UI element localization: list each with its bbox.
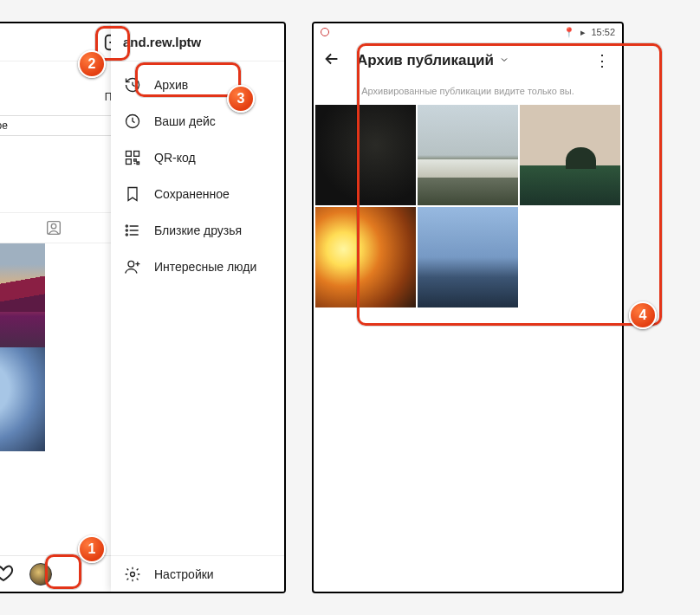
drawer-item-settings[interactable]: Настройки: [111, 555, 284, 592]
svg-point-11: [131, 572, 135, 576]
add-user-icon: [123, 257, 142, 276]
clock-icon: [123, 112, 142, 131]
svg-rect-5: [134, 152, 139, 157]
drawer-username[interactable]: and.rew.lptw: [111, 23, 284, 62]
archive-header: Архив публикаций ⋮: [314, 41, 622, 81]
history-icon: [123, 75, 142, 94]
archive-thumbnail[interactable]: [418, 207, 518, 308]
archive-thumbnail[interactable]: [418, 105, 518, 205]
bookmark-icon: [123, 184, 142, 204]
profile-tab-avatar[interactable]: [29, 563, 52, 586]
phone-right: 📍 ▸ 15:52 Архив публикаций ⋮ Архивирован…: [312, 22, 624, 593]
archive-thumbnail[interactable]: [315, 207, 416, 308]
phone-left: 31 Подписки ораненное + ить: [0, 22, 286, 593]
settings-label: Настройки: [154, 567, 214, 581]
list-icon: [123, 221, 142, 240]
drawer-item-label: Ваши дейс: [154, 114, 216, 128]
status-time: 15:52: [591, 27, 615, 37]
qr-icon: [123, 148, 142, 167]
chevron-down-icon: [499, 52, 509, 69]
archive-thumbnail[interactable]: [520, 105, 620, 205]
side-drawer: and.rew.lptw Архив Ваши дейс: [111, 23, 284, 592]
drawer-item-qr[interactable]: QR-код: [111, 139, 284, 176]
drawer-item-label: QR-код: [154, 151, 196, 165]
archive-info-text: Архивированные публикации видите только …: [314, 81, 622, 105]
drawer-item-discover-people[interactable]: Интересные люди: [111, 249, 284, 285]
back-icon[interactable]: [322, 49, 341, 72]
drawer-menu: Архив Ваши дейс QR-код: [111, 62, 284, 555]
location-icon: 📍: [563, 27, 575, 38]
svg-point-10: [128, 261, 134, 267]
archive-title-dropdown[interactable]: Архив публикаций: [357, 52, 509, 69]
svg-point-8: [126, 230, 127, 231]
annotation-badge-4: 4: [629, 301, 657, 329]
drawer-item-label: Интересные люди: [154, 260, 256, 274]
drawer-item-close-friends[interactable]: Близкие друзья: [111, 212, 284, 249]
profile-with-drawer: 31 Подписки ораненное + ить: [0, 23, 284, 592]
drawer-item-label: Сохраненное: [154, 187, 230, 201]
svg-point-9: [126, 234, 127, 236]
svg-rect-4: [126, 152, 132, 157]
opera-icon: [321, 28, 329, 36]
svg-point-7: [126, 225, 127, 227]
archive-title: Архив публикаций: [357, 52, 494, 69]
drawer-item-label: Близкие друзья: [154, 223, 242, 237]
svg-point-2: [51, 223, 56, 229]
post-thumbnail[interactable]: [0, 347, 45, 451]
archive-grid: [314, 105, 622, 308]
post-thumbnail[interactable]: [0, 243, 45, 347]
drawer-item-saved[interactable]: Сохраненное: [111, 176, 284, 212]
status-bar: 📍 ▸ 15:52: [314, 23, 622, 41]
drawer-item-archive[interactable]: Архив: [111, 67, 284, 103]
activity-icon[interactable]: [0, 562, 14, 586]
drawer-item-label: Архив: [154, 78, 188, 92]
archive-thumbnail[interactable]: [315, 105, 416, 205]
play-icon: ▸: [580, 27, 586, 38]
more-icon[interactable]: ⋮: [591, 51, 613, 70]
svg-rect-6: [126, 159, 132, 165]
drawer-item-activity[interactable]: Ваши дейс: [111, 103, 284, 139]
gear-icon: [123, 565, 142, 584]
